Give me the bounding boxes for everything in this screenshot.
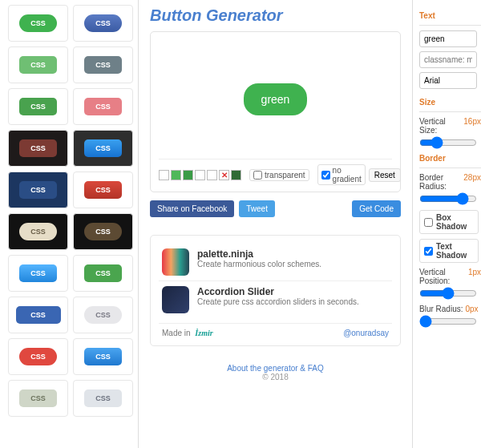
preset-btn[interactable]: CSS	[84, 98, 122, 115]
made-in: Made in İzmir	[162, 329, 213, 337]
promo-item[interactable]: Accordion Slider Create pure css accordi…	[159, 281, 392, 318]
controls-panel: Text Size Vertical Size:16px Border Bord…	[413, 0, 481, 448]
promo-item[interactable]: palette.ninja Create harmonious color sc…	[159, 244, 392, 281]
text-input[interactable]	[419, 30, 477, 47]
transparent-checkbox[interactable]	[253, 171, 262, 180]
preset-btn[interactable]: CSS	[84, 223, 122, 240]
presets-panel: CSS CSS CSS CSS CSS CSS CSS CSS CSS CSS …	[0, 0, 139, 448]
vsize-label: Vertical Size:16px	[419, 117, 481, 135]
preset-item[interactable]: CSS	[8, 255, 68, 292]
classname-input[interactable]	[419, 51, 477, 68]
preset-item[interactable]: CSS	[8, 380, 68, 417]
promo-text: Accordion Slider Create pure css accordi…	[197, 286, 359, 313]
share-facebook-button[interactable]: Share on Facebook	[150, 200, 234, 217]
preset-item[interactable]: CSS	[73, 338, 133, 375]
promo-icon	[162, 286, 189, 313]
preset-btn[interactable]: CSS	[19, 139, 57, 157]
preset-item[interactable]: CSS	[8, 88, 68, 125]
preset-item[interactable]: CSS	[73, 255, 133, 292]
promo-title: Accordion Slider	[197, 286, 359, 297]
preset-btn[interactable]: CSS	[19, 56, 57, 74]
reset-button[interactable]: Reset	[369, 168, 401, 182]
section-border: Border	[419, 154, 481, 163]
preset-btn[interactable]: CSS	[19, 264, 57, 282]
preset-btn[interactable]: CSS	[19, 223, 57, 240]
promo-icon	[162, 248, 189, 276]
swatch[interactable]	[183, 170, 193, 180]
preset-item[interactable]: CSS	[73, 88, 133, 125]
preset-btn[interactable]: CSS	[84, 139, 122, 157]
preset-btn[interactable]: CSS	[16, 306, 61, 324]
preset-item[interactable]: CSS	[8, 130, 68, 167]
preset-item[interactable]: CSS	[73, 46, 133, 83]
preset-item[interactable]: CSS	[73, 213, 133, 250]
promo-sub: Create pure css accordion sliders in sec…	[197, 297, 359, 306]
preset-item[interactable]: CSS	[8, 338, 68, 375]
preset-item[interactable]: CSS	[73, 380, 133, 417]
twitter-handle[interactable]: @onuradsay	[343, 329, 389, 337]
preset-item[interactable]: CSS	[8, 172, 68, 208]
color-swatches: ✕	[159, 170, 241, 180]
ts-blur-slider[interactable]	[419, 315, 477, 328]
preset-item[interactable]: CSS	[8, 5, 68, 42]
preset-item[interactable]: CSS	[8, 297, 68, 333]
preset-item[interactable]: CSS	[73, 297, 133, 333]
ts-vpos-label: Vertical Position:1px	[419, 268, 481, 285]
preset-btn[interactable]: CSS	[84, 348, 122, 365]
preset-btn[interactable]: CSS	[19, 181, 57, 199]
page-title: Button Generator	[150, 6, 401, 25]
section-size: Size	[419, 98, 481, 107]
preview-area: green	[159, 40, 392, 159]
preset-btn[interactable]: CSS	[84, 56, 122, 74]
about-link[interactable]: About the generator & FAQ	[227, 364, 324, 373]
font-input[interactable]	[419, 72, 477, 89]
ts-vpos-slider[interactable]	[419, 287, 477, 300]
transparent-toggle[interactable]: transparent	[249, 169, 309, 181]
preset-btn[interactable]: CSS	[84, 264, 122, 282]
tweet-button[interactable]: Tweet	[239, 200, 275, 217]
preset-btn[interactable]: CSS	[84, 306, 122, 324]
preset-btn[interactable]: CSS	[19, 389, 57, 407]
preset-item[interactable]: CSS	[73, 172, 133, 208]
transparent-label: transparent	[265, 171, 305, 180]
preview-button[interactable]: green	[244, 83, 308, 115]
section-text: Text	[419, 11, 481, 20]
vsize-slider[interactable]	[419, 136, 477, 149]
swatch[interactable]	[231, 170, 241, 180]
swatch[interactable]	[171, 170, 181, 180]
preset-btn[interactable]: CSS	[84, 14, 122, 32]
preset-btn[interactable]: CSS	[84, 389, 122, 407]
promo-box: palette.ninja Create harmonious color sc…	[150, 235, 401, 346]
preset-btn[interactable]: CSS	[84, 181, 122, 199]
nogradient-label: no gradient	[333, 166, 362, 184]
stage-tools: ✕ transparent no gradient Reset	[159, 159, 392, 185]
preset-item[interactable]: CSS	[8, 46, 68, 83]
preset-btn[interactable]: CSS	[19, 98, 57, 115]
preset-item[interactable]: CSS	[73, 5, 133, 42]
textshadow-checkbox[interactable]	[424, 247, 433, 256]
actions-row: Share on Facebook Tweet Get Code	[150, 200, 401, 217]
divider	[419, 111, 481, 112]
preset-item[interactable]: CSS	[73, 130, 133, 167]
swatch[interactable]	[207, 170, 217, 180]
boxshadow-checkbox[interactable]	[424, 218, 433, 227]
brand: İzmir	[195, 329, 212, 337]
swatch[interactable]	[159, 170, 169, 180]
textshadow-toggle[interactable]: Text Shadow	[419, 239, 479, 263]
divider	[419, 25, 481, 26]
promo-title: palette.ninja	[197, 248, 321, 260]
preset-btn[interactable]: CSS	[19, 348, 57, 365]
promo-sub: Create harmonious color schemes.	[197, 260, 321, 268]
radius-slider[interactable]	[419, 192, 477, 205]
nogradient-toggle[interactable]: no gradient	[317, 164, 366, 185]
ts-blur-label: Blur Radius:0px	[419, 305, 481, 313]
nogradient-checkbox[interactable]	[321, 171, 330, 180]
made-in-row: Made in İzmir @onuradsay	[159, 323, 392, 337]
preset-item[interactable]: CSS	[8, 213, 68, 250]
boxshadow-toggle[interactable]: Box Shadow	[419, 210, 479, 234]
swatch-none[interactable]: ✕	[219, 170, 229, 180]
preset-btn[interactable]: CSS	[19, 14, 57, 32]
get-code-button[interactable]: Get Code	[352, 200, 401, 217]
swatch[interactable]	[195, 170, 205, 180]
main-panel: Button Generator green ✕ transparent	[139, 0, 413, 448]
